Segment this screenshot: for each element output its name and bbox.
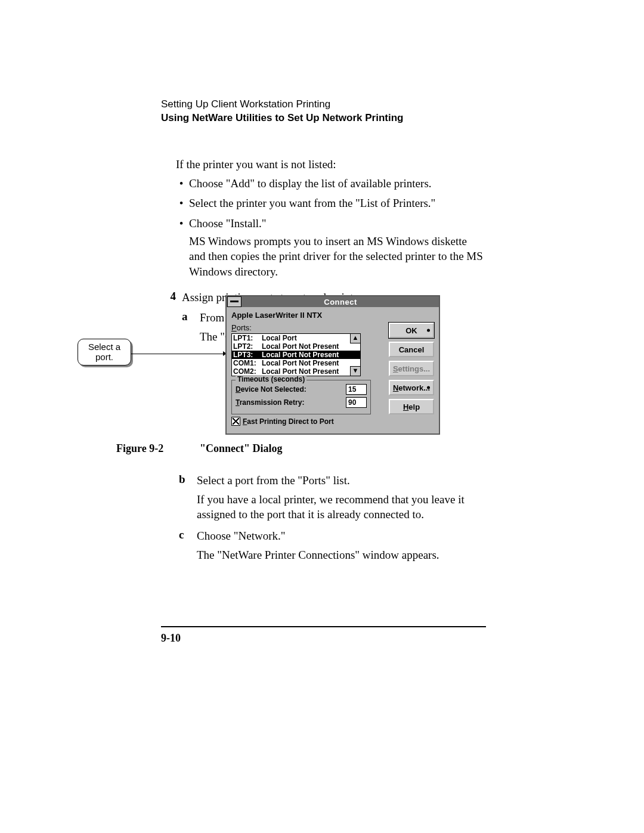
bullet-item: Select the printer you want from the "Li… — [189, 196, 486, 211]
bullet-subtext: MS Windows prompts you to insert an MS W… — [189, 234, 486, 280]
ports-listbox[interactable]: LPT1:Local Port LPT2:Local Port Not Pres… — [231, 333, 361, 376]
port-item-lpt2[interactable]: LPT2:Local Port Not Present — [232, 342, 360, 351]
port-item-lpt3[interactable]: LPT3:Local Port Not Present — [232, 351, 360, 359]
scroll-up-icon[interactable]: ▲ — [350, 333, 361, 343]
bullet-list: Choose "Add" to display the list of avai… — [189, 176, 486, 280]
group-title: Timeouts (seconds) — [236, 375, 306, 383]
substep-letter: b — [179, 473, 191, 522]
dialog-title: Connect — [242, 298, 439, 306]
section-title: Setting Up Client Workstation Printing — [161, 98, 486, 110]
dialog-title-bar[interactable]: Connect — [227, 296, 439, 307]
figure-connect-dialog: Select a port. Choose "OK." Choose "Netw… — [78, 295, 507, 453]
bullet-item: Choose "Install." MS Windows prompts you… — [189, 216, 486, 280]
ok-button[interactable]: OK — [389, 323, 434, 338]
transmission-retry-input[interactable]: 90 — [346, 397, 367, 408]
substep-text: If you have a local printer, we recommen… — [197, 492, 486, 522]
intro-text: If the printer you want is not listed: — [176, 157, 486, 172]
printer-name-label: Apple LaserWriter II NTX — [231, 311, 434, 320]
fast-printing-checkbox-row[interactable]: Fast Printing Direct to Port — [231, 417, 434, 426]
port-item-lpt1[interactable]: LPT1:Local Port — [232, 334, 360, 342]
figure-label: Figure 9-2 — [116, 442, 200, 455]
help-button[interactable]: Help — [389, 399, 434, 414]
scroll-down-icon[interactable]: ▼ — [350, 366, 361, 376]
substep-text: The "NetWare Printer Connections" window… — [197, 547, 486, 563]
figure-title: "Connect" Dialog — [200, 442, 282, 455]
subsection-title: Using NetWare Utilities to Set Up Networ… — [161, 112, 486, 124]
substep-text: Select a port from the "Ports" list. — [197, 473, 486, 488]
transmission-retry-label: Transmission Retry: — [236, 398, 346, 407]
substep-letter: c — [179, 528, 191, 562]
cancel-button[interactable]: Cancel — [389, 342, 434, 357]
device-not-selected-input[interactable]: 15 — [346, 384, 367, 395]
fast-printing-label: Fast Printing Direct to Port — [243, 417, 334, 426]
network-button[interactable]: Network... — [389, 380, 434, 395]
page-number: 9-10 — [161, 632, 181, 645]
callout-line — [131, 354, 225, 354]
port-item-com2[interactable]: COM2:Local Port Not Present — [232, 367, 360, 376]
settings-button[interactable]: Settings... — [389, 361, 434, 376]
callout-select-port: Select a port. — [78, 339, 131, 366]
timeouts-group: Timeouts (seconds) Device Not Selected: … — [231, 380, 371, 414]
checkbox-icon[interactable] — [231, 417, 240, 426]
bullet-text: Choose "Install." — [189, 217, 267, 230]
substep-text: Choose "Network." — [197, 528, 486, 544]
device-not-selected-label: Device Not Selected: — [236, 385, 346, 394]
system-menu-icon[interactable] — [227, 296, 242, 307]
footer-rule — [161, 626, 486, 627]
focus-dot-icon — [427, 386, 430, 389]
figure-caption: Figure 9-2 "Connect" Dialog — [116, 442, 486, 455]
bullet-item: Choose "Add" to display the list of avai… — [189, 176, 486, 191]
connect-dialog-window: Connect Apple LaserWriter II NTX Ports: … — [225, 295, 440, 435]
focus-dot-icon — [427, 329, 430, 332]
port-item-com1[interactable]: COM1:Local Port Not Present — [232, 359, 360, 367]
